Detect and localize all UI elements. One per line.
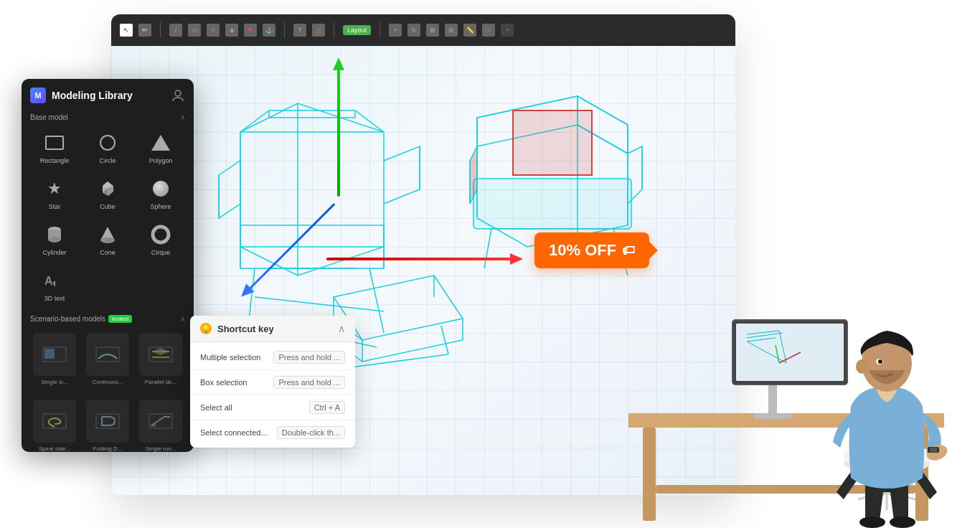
svg-rect-21	[768, 381, 777, 417]
rotate-tool-icon[interactable]: ↻	[407, 24, 420, 37]
shortcut-bulb-icon: 💡	[200, 323, 212, 334]
cursor-tool-icon[interactable]: ↖	[120, 24, 133, 37]
shortcut-row-2: Select all Ctrl + A	[190, 395, 355, 420]
svg-point-35	[859, 517, 885, 528]
plus-tool-icon[interactable]: +	[389, 24, 402, 37]
shape-item-circle[interactable]: Circle	[83, 127, 132, 169]
shortcut-close-icon[interactable]: ∧	[338, 323, 345, 334]
scenario-item-2[interactable]: Parallel do...	[136, 329, 185, 390]
shape-item-star[interactable]: ★ Star	[30, 173, 79, 214]
svg-rect-17	[151, 424, 156, 427]
layers-tool-icon[interactable]: ⊞	[445, 24, 458, 37]
scenario-label-4: Folding D...	[93, 446, 123, 452]
scenario-label-3: Spiral stair...	[39, 446, 70, 452]
shape-item-polygon[interactable]: Polygon	[136, 127, 185, 169]
discount-notch	[648, 240, 658, 260]
shape-label-sphere: Sphere	[150, 203, 171, 210]
shape-label-cone: Cone	[100, 249, 116, 256]
shortcut-action-1: Box selection	[200, 378, 273, 387]
shortcut-key-0: Press and hold ...	[273, 351, 345, 364]
scenario-grid-2: Spiral stair... Folding D...	[30, 395, 185, 452]
shortcut-row-0: Multiple selection Press and hold ...	[190, 345, 355, 370]
shape-item-cone[interactable]: Cone	[83, 219, 132, 260]
scenario-item-4[interactable]: Folding D...	[83, 395, 132, 452]
x-axis-arrow	[326, 258, 513, 260]
sphere-shape-icon	[149, 177, 172, 200]
shape-item-cylinder[interactable]: Cylinder	[30, 219, 79, 260]
base-model-section-label: Base model ∧	[30, 113, 185, 121]
shortcut-key-1: Press and hold ...	[273, 376, 345, 389]
scenario-item-1[interactable]: Continuou...	[83, 329, 132, 390]
shortcut-title: Shortcut key	[217, 324, 274, 334]
shape-item-rectangle[interactable]: Rectangle	[30, 127, 79, 169]
layout-label[interactable]: Layout	[343, 25, 371, 35]
scenario-item-0[interactable]: Single si...	[30, 329, 79, 390]
3dtext-shape-icon: A	[43, 269, 66, 292]
svg-rect-1	[513, 110, 592, 175]
shortcut-row-3: Select connected... Double-click th...	[190, 420, 355, 445]
panel-header: M Modeling Library	[30, 88, 185, 103]
anchor-tool-icon[interactable]: ⚓	[263, 24, 275, 37]
shape-item-cube[interactable]: Cube	[83, 173, 132, 214]
svg-point-41	[856, 359, 867, 374]
shape-label-rectangle: Rectangle	[40, 157, 70, 164]
shortcut-key-2: Ctrl + A	[309, 401, 345, 414]
user-icon[interactable]	[171, 88, 185, 103]
ruler-tool-icon[interactable]: 📏	[463, 24, 476, 37]
library-panel: M Modeling Library Base model ∧ Rectangl…	[22, 79, 194, 452]
shortcut-panel: 💡 Shortcut key ∧ Multiple selection Pres…	[190, 316, 355, 448]
shape-item-cirque[interactable]: Cirque	[136, 219, 185, 260]
scenario-thumb-1	[86, 333, 129, 376]
add-tool-icon[interactable]: +	[501, 24, 514, 37]
toolbar-separator-1	[160, 22, 161, 38]
svg-rect-25	[736, 324, 844, 381]
person-desk-svg	[614, 169, 958, 528]
flag-tool-icon[interactable]: ⚑	[244, 24, 257, 37]
y-axis-arrow	[337, 67, 340, 197]
scenario-badge: limited	[108, 315, 132, 323]
scenario-label-0: Single si...	[42, 379, 68, 385]
svg-rect-0	[473, 179, 631, 229]
svg-point-36	[890, 517, 915, 528]
triangle-tool-icon[interactable]: △	[312, 24, 325, 37]
svg-point-5	[48, 237, 61, 242]
shape-tool-icon[interactable]: ◈	[225, 24, 238, 37]
shape-item-3dtext[interactable]: A 3D text	[30, 265, 79, 306]
svg-rect-39	[930, 448, 937, 452]
circle-tool-icon[interactable]: ○	[207, 24, 220, 37]
scenario-thumb-2	[139, 333, 182, 376]
app-logo: M	[30, 88, 46, 103]
scenario-label-5: Single run...	[146, 446, 176, 452]
star-shape-icon: ★	[43, 177, 66, 200]
shape-label-circle: Circle	[99, 157, 116, 164]
polygon-shape-icon	[149, 131, 172, 154]
scenario-thumb-3	[33, 400, 76, 443]
toolbar: ↖ ✏ / ▭ ○ ◈ ⚑ ⚓ T △ Layout + ↻ ⊠ ⊞ 📏 ☆ +	[111, 14, 735, 46]
pen-tool-icon[interactable]: ✏	[138, 24, 151, 37]
toolbar-separator-3	[334, 22, 334, 38]
shortcut-header: 💡 Shortcut key ∧	[190, 316, 355, 342]
shortcut-action-3: Select connected...	[200, 428, 277, 437]
scenario-label-1: Continuou...	[92, 379, 123, 385]
line-tool-icon[interactable]: /	[169, 24, 182, 37]
shape-label-3dtext: 3D text	[44, 295, 65, 302]
scenario-item-5[interactable]: Single run...	[136, 395, 185, 452]
shape-label-cube: Cube	[100, 203, 116, 210]
scenario-label-2: Parallel do...	[145, 379, 176, 385]
scenario-item-3[interactable]: Spiral stair...	[30, 395, 79, 452]
star-tool-icon[interactable]: ☆	[482, 24, 495, 37]
svg-rect-10	[44, 349, 55, 359]
discount-tag: 10% OFF	[534, 232, 649, 268]
svg-point-7	[153, 227, 169, 242]
text-tool-icon[interactable]: T	[293, 24, 306, 37]
shape-label-star: Star	[49, 203, 61, 210]
svg-point-2	[175, 90, 181, 96]
svg-point-43	[878, 359, 882, 364]
crop-tool-icon[interactable]: ⊠	[426, 24, 439, 37]
svg-rect-18	[643, 428, 656, 521]
rect-tool-icon[interactable]: ▭	[188, 24, 201, 37]
shape-label-polygon: Polygon	[149, 157, 173, 164]
cube-shape-icon	[96, 177, 119, 200]
shape-grid: Rectangle Circle Polygon ★ Star	[30, 127, 185, 306]
shape-item-sphere[interactable]: Sphere	[136, 173, 185, 214]
